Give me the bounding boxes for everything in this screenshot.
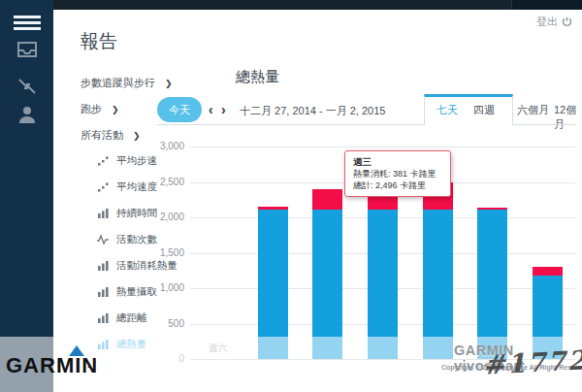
bars-chart-icon [97,261,109,271]
category-label: 跑步 [81,102,102,116]
pulse-chart-icon [97,235,109,245]
bar-active-top-週一[interactable] [312,189,342,210]
gridline [190,359,575,360]
bar-active-top-週四[interactable] [477,208,507,210]
bar-active-top-週日[interactable] [258,207,288,210]
y-axis-tick-label: 1,000 [142,282,184,293]
transfer-icon[interactable] [0,72,53,101]
y-axis-tick-label: 500 [142,318,184,329]
bar-base-週日[interactable] [258,210,288,359]
bar-active-top-週五[interactable] [533,267,563,277]
chevron-right-icon: ❯ [133,131,141,141]
sidebar-category-0[interactable]: 步數追蹤與步行❯ [81,70,236,96]
tooltip-day: 週三 [353,156,442,168]
profile-icon[interactable] [0,100,53,129]
tab-six-months[interactable]: 六個月 [517,103,549,117]
chart-tooltip: 週三 熱量消耗: 381 卡路里 總計: 2,496 卡路里 [344,150,451,197]
tab-twelve-months[interactable]: 12個月 [554,103,582,132]
bar-base-週三[interactable] [423,210,453,359]
menu-icon[interactable] [0,8,53,37]
bar-base-週一[interactable] [312,210,342,359]
bars-chart-icon [97,209,109,218]
top-bar [0,0,582,10]
category-label: 步數追蹤與步行 [81,76,155,90]
next-period-icon[interactable]: › [221,101,226,118]
garmin-connect-report-window: 登出 報告 步數追蹤與步行❯跑步❯所有活動❯ 平均步速平均速度持續時間活動次數活… [0,0,582,392]
bar-base-週四[interactable] [477,210,507,359]
bars-chart-icon [97,313,109,323]
bars-chart-icon [97,340,109,349]
scatter-chart-icon [97,182,109,192]
bar-base-週二[interactable] [368,210,398,359]
top-bar-right-segment [511,0,582,10]
metric-label: 平均步速 [116,154,157,168]
category-label: 所有活動 [81,128,123,143]
report-title: 總熱量 [236,68,279,86]
date-range-label: 十二月 27, 2014 - 一月 2, 2015 [240,104,385,118]
y-axis-tick-label: 1,500 [142,247,184,258]
logout-label: 登出 [536,15,558,29]
tab-row-divider-left [157,124,424,125]
y-axis-tick-label: 2,000 [142,212,184,222]
page-title: 報告 [81,29,117,54]
scatter-chart-icon [97,156,109,166]
metric-label: 活動次數 [116,233,157,246]
tab-seven-days[interactable]: 七天 [436,103,458,117]
tab-row-divider-right [513,124,575,125]
watermark-copyright: Copyright © 2015 JerryLee All Right Rese… [441,364,582,371]
garmin-logo-triangle-icon [69,345,84,356]
y-axis-tick-label: 3,000 [142,141,184,151]
inbox-icon[interactable] [0,35,53,64]
gridline [190,147,575,147]
chevron-right-icon: ❯ [112,105,119,114]
tooltip-total-calories: 總計: 2,496 卡路里 [353,180,442,191]
y-axis-tick-label: 2,500 [142,177,184,187]
logout-button[interactable]: 登出 [536,15,572,29]
prev-period-icon[interactable]: ‹ [209,101,213,118]
bar-base-週五[interactable] [533,276,563,359]
chevron-right-icon: ❯ [165,79,173,88]
x-axis-label-週六: 週六 [190,342,244,355]
bars-chart-icon [97,287,109,297]
y-axis-tick-label: 0 [142,353,184,364]
metric-label: 活動消耗熱量 [116,259,178,273]
today-button[interactable]: 今天 [157,97,202,122]
tooltip-active-calories: 熱量消耗: 381 卡路里 [353,168,442,180]
garmin-logo-chevron: › [87,358,91,372]
power-icon [562,16,572,27]
nav-rail [0,0,53,392]
metric-label: 總熱量 [116,338,147,351]
tab-four-weeks[interactable]: 四週 [473,103,495,117]
